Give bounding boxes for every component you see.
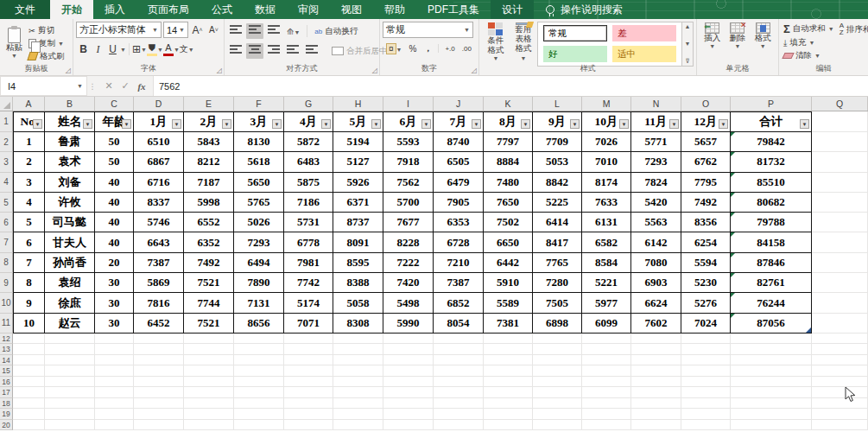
cell-C9[interactable]: 30: [95, 273, 134, 293]
cell-O17[interactable]: [681, 387, 731, 398]
cell-M7[interactable]: 6582: [582, 232, 631, 252]
cell-Q10[interactable]: [812, 293, 868, 313]
shrink-font-button[interactable]: A˅: [206, 22, 221, 38]
number-format-combo[interactable]: 常规▼: [383, 22, 473, 38]
cell-J8[interactable]: 7210: [434, 253, 484, 273]
cell-K4[interactable]: 7480: [484, 173, 533, 193]
row-header-5[interactable]: 5: [0, 193, 13, 213]
cell-G16[interactable]: [284, 377, 333, 388]
cell-P14[interactable]: [731, 355, 812, 366]
tab-insert[interactable]: 插入: [93, 0, 136, 19]
cell-D20[interactable]: [134, 420, 184, 431]
dialog-launcher-icon[interactable]: ◿: [372, 67, 377, 74]
cell-F2[interactable]: 8130: [234, 132, 284, 152]
cell-E12[interactable]: [184, 334, 234, 345]
cell-L16[interactable]: [533, 377, 582, 388]
cell-I9[interactable]: 7420: [383, 273, 434, 293]
cell-I14[interactable]: [383, 355, 434, 366]
row-header-4[interactable]: 4: [0, 173, 13, 193]
cell-L3[interactable]: 5053: [533, 152, 582, 172]
cell-P4[interactable]: 85510: [731, 173, 812, 193]
filter-button-H[interactable]: ▼: [371, 119, 381, 129]
cell-Q15[interactable]: [812, 365, 868, 377]
filter-button-J[interactable]: ▼: [472, 119, 481, 129]
cell-J14[interactable]: [434, 355, 484, 366]
cell-F16[interactable]: [234, 377, 284, 388]
cell-A18[interactable]: [13, 398, 45, 410]
cell-H15[interactable]: [333, 365, 383, 377]
select-all-button[interactable]: [0, 97, 13, 111]
cell-style-1[interactable]: 差: [612, 25, 676, 41]
cell-C5[interactable]: 40: [95, 193, 134, 213]
font-color-button[interactable]: A▼: [163, 41, 180, 57]
cell-N11[interactable]: 7602: [631, 314, 681, 334]
cell-M18[interactable]: [582, 398, 631, 410]
cell-O15[interactable]: [681, 365, 731, 377]
cell-F7[interactable]: 7293: [234, 232, 284, 252]
cell-O5[interactable]: 7492: [681, 193, 731, 213]
tab-page-layout[interactable]: 页面布局: [136, 0, 200, 19]
row-header-9[interactable]: 9: [0, 273, 13, 293]
cell-C17[interactable]: [95, 387, 134, 398]
decrease-decimal-button[interactable]: .00: [459, 45, 475, 53]
cell-N15[interactable]: [631, 365, 681, 377]
cell-Q4[interactable]: [812, 173, 868, 193]
cell-L20[interactable]: [533, 420, 582, 431]
cell-J12[interactable]: [434, 334, 484, 345]
cell-A9[interactable]: 8: [13, 273, 45, 293]
cell-F14[interactable]: [234, 355, 284, 366]
cell-G14[interactable]: [284, 355, 333, 366]
paste-button[interactable]: 粘贴 ▼: [3, 27, 26, 60]
row-header-10[interactable]: 10: [0, 293, 13, 313]
tab-review[interactable]: 审阅: [287, 0, 330, 19]
cell-style-3[interactable]: 适中: [612, 46, 676, 62]
cell-O10[interactable]: 5276: [681, 293, 731, 313]
cell-B18[interactable]: [45, 398, 95, 410]
filter-button-F[interactable]: ▼: [272, 119, 282, 129]
cell-G6[interactable]: 5731: [284, 213, 333, 232]
cell-B7[interactable]: 甘夫人: [45, 232, 95, 252]
cell-B5[interactable]: 许攸: [45, 193, 95, 213]
cell-D4[interactable]: 6716: [134, 173, 184, 193]
cell-E17[interactable]: [184, 387, 234, 398]
cell-A12[interactable]: [13, 334, 45, 345]
cell-C1[interactable]: 年龄▼: [95, 111, 134, 132]
row-header-11[interactable]: 11: [0, 314, 13, 334]
cell-B17[interactable]: [45, 387, 95, 398]
cell-J6[interactable]: 6353: [434, 213, 484, 232]
cell-I16[interactable]: [383, 377, 434, 388]
cell-C13[interactable]: [95, 344, 134, 355]
cell-L6[interactable]: 6414: [533, 213, 582, 232]
cell-B6[interactable]: 司马懿: [45, 213, 95, 232]
font-size-combo[interactable]: 14▼: [163, 22, 188, 38]
align-left-button[interactable]: [227, 43, 244, 59]
col-header-F[interactable]: F: [234, 97, 284, 111]
col-header-D[interactable]: D: [134, 97, 184, 111]
cell-O7[interactable]: 6254: [681, 232, 731, 252]
cell-D9[interactable]: 5869: [134, 273, 184, 293]
cell-N3[interactable]: 7293: [631, 152, 681, 172]
cell-J1[interactable]: 7月▼: [434, 111, 484, 132]
decrease-indent-button[interactable]: [284, 43, 301, 59]
col-header-E[interactable]: E: [184, 97, 234, 111]
cell-M19[interactable]: [582, 409, 631, 420]
cell-I13[interactable]: [383, 344, 434, 355]
cell-H8[interactable]: 8595: [333, 253, 383, 273]
cell-B9[interactable]: 袁绍: [45, 273, 95, 293]
cell-A3[interactable]: 2: [13, 152, 45, 172]
copy-button[interactable]: 复制 ▼: [26, 37, 67, 50]
cell-G11[interactable]: 7071: [284, 314, 333, 334]
cell-D10[interactable]: 7816: [134, 293, 184, 313]
cell-Q12[interactable]: [812, 334, 868, 345]
cell-F11[interactable]: 8656: [234, 314, 284, 334]
cell-I11[interactable]: 5990: [383, 314, 434, 334]
italic-button[interactable]: I: [91, 41, 105, 57]
cell-A16[interactable]: [13, 377, 45, 388]
cell-M4[interactable]: 8174: [582, 173, 631, 193]
fill-color-button[interactable]: ⛊▼: [147, 41, 163, 57]
cell-H10[interactable]: 5058: [333, 293, 383, 313]
cell-I10[interactable]: 5498: [383, 293, 434, 313]
cell-K3[interactable]: 8884: [484, 152, 533, 172]
cell-F18[interactable]: [234, 398, 284, 410]
cell-O1[interactable]: 12月▼: [681, 111, 731, 132]
